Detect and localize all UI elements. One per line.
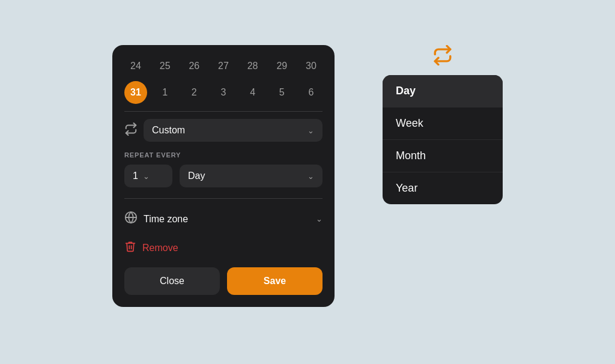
- cal-day-1[interactable]: 1: [154, 81, 177, 104]
- dropdown-item-day[interactable]: Day: [383, 75, 503, 108]
- divider-2: [124, 198, 323, 199]
- cal-day-3[interactable]: 3: [212, 81, 235, 104]
- cal-day-24[interactable]: 24: [124, 55, 147, 77]
- repeat-period-select[interactable]: Day ⌄: [180, 165, 323, 187]
- period-dropdown: Day Week Month Year: [383, 75, 503, 204]
- close-button[interactable]: Close: [124, 267, 220, 295]
- dropdown-item-year[interactable]: Year: [383, 172, 503, 204]
- timezone-row[interactable]: Time zone ⌄: [124, 206, 323, 232]
- repeat-period-chevron: ⌄: [308, 172, 314, 181]
- repeat-icon-orange: [432, 45, 453, 68]
- repeat-number-select[interactable]: 1 ⌄: [124, 165, 172, 187]
- repeat-type-select[interactable]: Custom ⌄: [144, 119, 323, 142]
- repeat-type-chevron: ⌄: [308, 126, 314, 135]
- timezone-label: Time zone: [144, 214, 310, 225]
- buttons-row: Close Save: [124, 267, 323, 295]
- cal-day-31-today[interactable]: 31: [124, 81, 147, 104]
- cal-day-4[interactable]: 4: [241, 81, 264, 104]
- trash-icon: [124, 240, 136, 255]
- cal-day-28[interactable]: 28: [241, 55, 264, 77]
- dropdown-item-week[interactable]: Week: [383, 108, 503, 140]
- remove-label: Remove: [142, 243, 178, 253]
- calendar-row-1: 24 25 26 27 28 29 30: [124, 55, 323, 77]
- repeat-selects: 1 ⌄ Day ⌄: [124, 165, 323, 187]
- globe-icon: [124, 211, 138, 227]
- cal-day-5[interactable]: 5: [270, 81, 293, 104]
- repeat-type-label: Custom: [152, 125, 185, 136]
- repeat-period-value: Day: [188, 171, 205, 181]
- dropdown-item-month[interactable]: Month: [383, 140, 503, 172]
- calendar-row-2: 31 1 2 3 4 5 6: [124, 81, 323, 104]
- main-panel: 24 25 26 27 28 29 30 31 1 2 3 4 5 6: [112, 45, 335, 307]
- right-section: Day Week Month Year: [383, 45, 503, 204]
- cal-day-25[interactable]: 25: [154, 55, 177, 77]
- timezone-chevron: ⌄: [316, 214, 323, 223]
- repeat-icon: [124, 123, 138, 139]
- divider-1: [124, 111, 323, 112]
- cal-day-27[interactable]: 27: [212, 55, 235, 77]
- repeat-number-value: 1: [133, 171, 138, 181]
- cal-day-26[interactable]: 26: [183, 55, 205, 77]
- repeat-every-label: REPEAT EVERY: [124, 151, 323, 159]
- cal-day-29[interactable]: 29: [270, 55, 293, 77]
- repeat-row[interactable]: Custom ⌄: [124, 119, 323, 142]
- save-button[interactable]: Save: [227, 267, 323, 295]
- remove-row[interactable]: Remove: [124, 238, 323, 258]
- cal-day-30[interactable]: 30: [300, 55, 323, 77]
- cal-day-2[interactable]: 2: [183, 81, 205, 104]
- repeat-number-chevron: ⌄: [143, 172, 150, 181]
- cal-day-6[interactable]: 6: [300, 81, 323, 104]
